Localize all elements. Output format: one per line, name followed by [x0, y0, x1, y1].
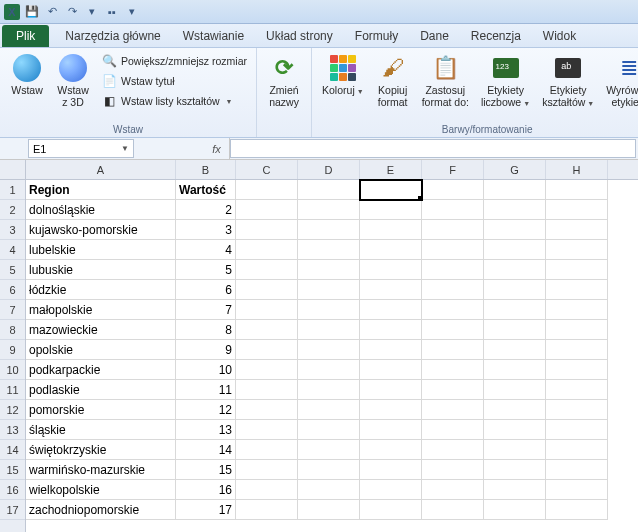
cell-H7[interactable]	[546, 300, 608, 320]
color-button[interactable]: Koloruj▼	[318, 50, 368, 99]
cell-F1[interactable]	[422, 180, 484, 200]
qat-dd-icon[interactable]: ▾	[124, 4, 140, 20]
undo-icon[interactable]: ↶	[44, 4, 60, 20]
column-header-F[interactable]: F	[422, 160, 484, 179]
tab-file[interactable]: Plik	[2, 25, 49, 47]
column-header-A[interactable]: A	[26, 160, 176, 179]
column-header-C[interactable]: C	[236, 160, 298, 179]
cell-C16[interactable]	[236, 480, 298, 500]
cell-H9[interactable]	[546, 340, 608, 360]
cell-D8[interactable]	[298, 320, 360, 340]
cell-A3[interactable]: kujawsko-pomorskie	[26, 220, 176, 240]
cell-G7[interactable]	[484, 300, 546, 320]
shape-list-button[interactable]: ◧Wstaw listy kształtów▼	[98, 92, 250, 110]
cell-E6[interactable]	[360, 280, 422, 300]
tab-review[interactable]: Recenzja	[461, 25, 531, 47]
cell-C2[interactable]	[236, 200, 298, 220]
tab-layout[interactable]: Układ strony	[256, 25, 343, 47]
cell-D15[interactable]	[298, 460, 360, 480]
cell-C11[interactable]	[236, 380, 298, 400]
cell-G9[interactable]	[484, 340, 546, 360]
cell-E1[interactable]	[360, 180, 422, 200]
cell-H3[interactable]	[546, 220, 608, 240]
select-all-corner[interactable]	[0, 160, 25, 180]
cell-E15[interactable]	[360, 460, 422, 480]
cell-E7[interactable]	[360, 300, 422, 320]
cell-H6[interactable]	[546, 280, 608, 300]
cell-C15[interactable]	[236, 460, 298, 480]
cell-C3[interactable]	[236, 220, 298, 240]
cell-G12[interactable]	[484, 400, 546, 420]
cell-H12[interactable]	[546, 400, 608, 420]
cell-E17[interactable]	[360, 500, 422, 520]
cell-A10[interactable]: podkarpackie	[26, 360, 176, 380]
cell-C5[interactable]	[236, 260, 298, 280]
column-header-G[interactable]: G	[484, 160, 546, 179]
formula-input[interactable]	[230, 139, 636, 158]
tab-formulas[interactable]: Formuły	[345, 25, 408, 47]
cell-G2[interactable]	[484, 200, 546, 220]
cell-H14[interactable]	[546, 440, 608, 460]
cell-H2[interactable]	[546, 200, 608, 220]
cell-B13[interactable]: 13	[176, 420, 236, 440]
cell-B6[interactable]: 6	[176, 280, 236, 300]
cell-D1[interactable]	[298, 180, 360, 200]
cell-H8[interactable]	[546, 320, 608, 340]
cell-C1[interactable]	[236, 180, 298, 200]
cell-G8[interactable]	[484, 320, 546, 340]
cell-A11[interactable]: podlaskie	[26, 380, 176, 400]
cell-C12[interactable]	[236, 400, 298, 420]
save-icon[interactable]: 💾	[24, 4, 40, 20]
row-header-3[interactable]: 3	[0, 220, 25, 240]
cell-F17[interactable]	[422, 500, 484, 520]
cell-D5[interactable]	[298, 260, 360, 280]
cell-B10[interactable]: 10	[176, 360, 236, 380]
cell-G4[interactable]	[484, 240, 546, 260]
cell-F11[interactable]	[422, 380, 484, 400]
cell-G14[interactable]	[484, 440, 546, 460]
cell-G3[interactable]	[484, 220, 546, 240]
cell-A4[interactable]: lubelskie	[26, 240, 176, 260]
cell-G1[interactable]	[484, 180, 546, 200]
cell-A12[interactable]: pomorskie	[26, 400, 176, 420]
cell-B7[interactable]: 7	[176, 300, 236, 320]
cell-D4[interactable]	[298, 240, 360, 260]
cell-A13[interactable]: śląskie	[26, 420, 176, 440]
number-labels-button[interactable]: Etykiety liczbowe▼	[477, 50, 534, 110]
cell-F10[interactable]	[422, 360, 484, 380]
cell-B16[interactable]: 16	[176, 480, 236, 500]
tab-home[interactable]: Narzędzia główne	[55, 25, 170, 47]
row-header-6[interactable]: 6	[0, 280, 25, 300]
align-labels-button[interactable]: ≣ Wyrównaj etykiety	[602, 50, 638, 110]
cell-A9[interactable]: opolskie	[26, 340, 176, 360]
row-header-17[interactable]: 17	[0, 500, 25, 520]
cell-F14[interactable]	[422, 440, 484, 460]
row-header-9[interactable]: 9	[0, 340, 25, 360]
cell-D2[interactable]	[298, 200, 360, 220]
cell-E2[interactable]	[360, 200, 422, 220]
cell-A1[interactable]: Region	[26, 180, 176, 200]
cell-C10[interactable]	[236, 360, 298, 380]
cell-B5[interactable]: 5	[176, 260, 236, 280]
cell-G16[interactable]	[484, 480, 546, 500]
cell-G6[interactable]	[484, 280, 546, 300]
cell-E13[interactable]	[360, 420, 422, 440]
cell-H17[interactable]	[546, 500, 608, 520]
cell-A14[interactable]: świętokrzyskie	[26, 440, 176, 460]
tab-insert[interactable]: Wstawianie	[173, 25, 254, 47]
row-header-4[interactable]: 4	[0, 240, 25, 260]
row-header-16[interactable]: 16	[0, 480, 25, 500]
cell-A6[interactable]: łódzkie	[26, 280, 176, 300]
row-header-15[interactable]: 15	[0, 460, 25, 480]
cell-G5[interactable]	[484, 260, 546, 280]
chevron-down-icon[interactable]: ▼	[121, 144, 129, 153]
cell-D3[interactable]	[298, 220, 360, 240]
rename-button[interactable]: ⟳ Zmień nazwy	[263, 50, 305, 110]
cell-B9[interactable]: 9	[176, 340, 236, 360]
cell-F4[interactable]	[422, 240, 484, 260]
cell-C9[interactable]	[236, 340, 298, 360]
cell-C17[interactable]	[236, 500, 298, 520]
cell-C7[interactable]	[236, 300, 298, 320]
cell-A17[interactable]: zachodniopomorskie	[26, 500, 176, 520]
cell-B4[interactable]: 4	[176, 240, 236, 260]
